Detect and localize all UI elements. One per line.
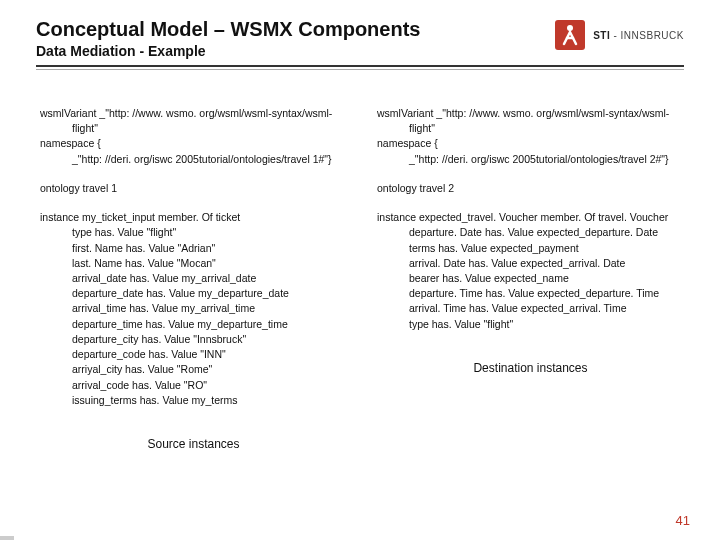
logo-mark-icon <box>555 20 585 50</box>
brand-text: STI - INNSBRUCK <box>593 30 684 41</box>
left-column: wsmlVariant _"http: //www. wsmo. org/wsm… <box>40 106 347 453</box>
code-line: _"http: //deri. org/iswc 2005tutorial/on… <box>377 152 684 167</box>
left-variant-block: wsmlVariant _"http: //www. wsmo. org/wsm… <box>40 106 347 167</box>
header: Conceptual Model – WSMX Components Data … <box>0 0 720 76</box>
code-line: arrival_date has. Value my_arrival_date <box>40 271 347 286</box>
right-caption: Destination instances <box>377 360 684 377</box>
right-ontology: ontology travel 2 <box>377 181 684 196</box>
slide: Conceptual Model – WSMX Components Data … <box>0 0 720 540</box>
code-line: type has. Value "flight" <box>40 225 347 240</box>
footer-accent <box>0 536 14 540</box>
code-line: instance my_ticket_input member. Of tick… <box>40 210 347 225</box>
code-line: issuing_terms has. Value my_terms <box>40 393 347 408</box>
code-line: namespace { <box>377 136 684 151</box>
code-line: wsmlVariant _"http: //www. wsmo. org/wsm… <box>377 106 684 121</box>
code-line: instance expected_travel. Voucher member… <box>377 210 684 225</box>
right-variant-block: wsmlVariant _"http: //www. wsmo. org/wsm… <box>377 106 684 167</box>
code-line: wsmlVariant _"http: //www. wsmo. org/wsm… <box>40 106 347 121</box>
code-line: arrival. Date has. Value expected_arriva… <box>377 256 684 271</box>
left-ontology: ontology travel 1 <box>40 181 347 196</box>
code-line: arrival_code has. Value "RO" <box>40 378 347 393</box>
right-column: wsmlVariant _"http: //www. wsmo. org/wsm… <box>377 106 684 453</box>
code-line: terms has. Value expected_payment <box>377 241 684 256</box>
code-line: arriyal_city has. Value "Rome" <box>40 362 347 377</box>
code-line: arrival_time has. Value my_arrival_time <box>40 301 347 316</box>
header-rule-thick <box>36 65 684 67</box>
page-number: 41 <box>676 513 690 528</box>
body-columns: wsmlVariant _"http: //www. wsmo. org/wsm… <box>0 76 720 453</box>
brand-logo: STI - INNSBRUCK <box>555 20 684 50</box>
left-caption: Source instances <box>40 436 347 453</box>
code-line: departure. Time has. Value expected_depa… <box>377 286 684 301</box>
code-line: namespace { <box>40 136 347 151</box>
brand-light: - INNSBRUCK <box>610 30 684 41</box>
right-instance-block: instance expected_travel. Voucher member… <box>377 210 684 332</box>
code-line: departure. Date has. Value expected_depa… <box>377 225 684 240</box>
code-line: type has. Value "flight" <box>377 317 684 332</box>
header-rule-thin <box>36 69 684 70</box>
left-instance-block: instance my_ticket_input member. Of tick… <box>40 210 347 408</box>
code-line: first. Name has. Value "Adrian" <box>40 241 347 256</box>
code-line: flight" <box>377 121 684 136</box>
code-line: _"http: //deri. org/iswc 2005tutorial/on… <box>40 152 347 167</box>
brand-strong: STI <box>593 30 610 41</box>
code-line: departure_city has. Value "Innsbruck" <box>40 332 347 347</box>
code-line: last. Name has. Value "Mocan" <box>40 256 347 271</box>
code-line: departure_code has. Value "INN" <box>40 347 347 362</box>
code-line: bearer has. Value expected_name <box>377 271 684 286</box>
code-line: departure_date has. Value my_departure_d… <box>40 286 347 301</box>
code-line: departure_time has. Value my_departure_t… <box>40 317 347 332</box>
code-line: arrival. Time has. Value expected_arriva… <box>377 301 684 316</box>
code-line: flight" <box>40 121 347 136</box>
